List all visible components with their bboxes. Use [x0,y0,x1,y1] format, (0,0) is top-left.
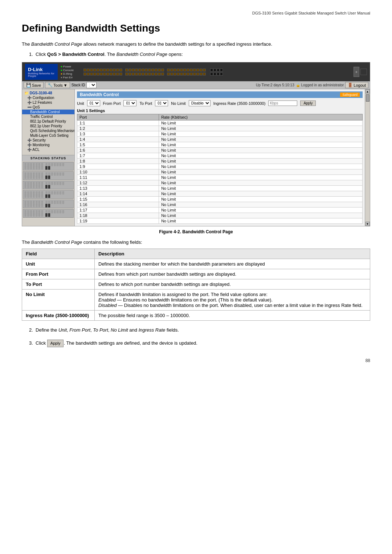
port-cell: 1:14 [77,191,159,197]
bandwidth-table-row: 1:2 No Limit [77,126,363,131]
sidebar-item-multilayer-cos[interactable]: Multi-Layer CoS Setting [22,133,74,138]
rate-cell: No Limit [159,175,363,180]
stack-id-label: Stack ID [72,83,85,87]
stacking-row-1: ░░░░░░░ ░░░░░░░ ░░░░░░░ ██ [23,162,74,171]
stacking-row-5: ░░░░░░░ ░░░░░░░ ░░░░░░░ ██ [23,200,74,208]
bandwidth-table-row: 1:5 No Limit [77,142,363,148]
switch-banner: D-Link Building Networks for People ● Po… [22,62,370,81]
scroll-thumb[interactable] [366,94,369,102]
scrollbar: ▲ ▼ [365,89,370,226]
sidebar-item-traffic-control[interactable]: Traffic Control [22,114,74,119]
step-3: 3. Click Apply. The bandwidth settings a… [29,340,370,348]
no-limit-label: No Limit [171,101,185,106]
port-cell: 1:4 [77,137,159,142]
step3-prefix: Click [36,340,47,346]
sidebar-item-security[interactable]: ➕ Security [22,138,74,143]
table-row: Ingress Rate (3500-1000000) The possible… [22,311,370,321]
scroll-down-arrow[interactable]: ▼ [366,222,370,226]
page-heading: Defining Bandwidth Settings [22,22,370,34]
sidebar-item-monitoring[interactable]: ➕ Monitoring [22,143,74,147]
rate-cell: No Limit [159,137,363,142]
rate-cell: No Limit [159,148,363,153]
step-2: 2. Define the Unit, From Port, To Port, … [29,327,370,334]
tools-button[interactable]: 🔧 Tools ▼ [45,82,70,88]
to-port-select[interactable]: 01 [155,100,168,106]
bandwidth-table-row: 1:13 No Limit [77,186,363,191]
bandwidth-table-row: 1:1 No Limit [77,120,363,126]
uptime-text: Up Time:2 days 5:10:13 [256,83,294,87]
bandwidth-table-row: 1:15 No Limit [77,197,363,202]
port-cell: 1:16 [77,202,159,208]
bandwidth-table-row: 1:3 No Limit [77,131,363,137]
port-cell: 1:2 [77,126,159,131]
sidebar-item-configuration[interactable]: ➕ Configuration [22,95,74,100]
rate-cell: No Limit [159,186,363,191]
port-cell: 1:17 [77,208,159,213]
desc-to-port: Defines to which port number bandwidth s… [95,279,370,290]
desc-table-desc-header: Description [95,249,370,259]
step3-suffix: . The bandwidth settings are defined, an… [64,340,197,346]
port-cell: 1:19 [77,218,159,224]
bandwidth-table-row: 1:18 No Limit [77,213,363,218]
sidebar-item-8021p-user[interactable]: 802.1p User Priority [22,124,74,128]
from-port-label: From Port [103,101,121,106]
contains-text: The Bandwidth Control Page contains the … [22,239,370,245]
sidebar-item-bandwidth-control[interactable]: Bandwidth Control [22,110,74,114]
intro-text: The Bandwidth Control Page allows networ… [22,41,370,48]
bandwidth-table-row: 1:7 No Limit [77,153,363,159]
bandwidth-table-row: 1:11 No Limit [77,175,363,180]
save-button[interactable]: 💾 Save [24,82,44,88]
filter-apply-button[interactable]: Apply [300,100,316,106]
port-cell: 1:6 [77,148,159,153]
sidebar-item-qos[interactable]: ➖ QoS [22,105,74,110]
field-from-port: From Port [22,269,95,279]
logout-icon: 🚪 [348,83,353,87]
from-port-select[interactable]: 01 [123,100,136,106]
sidebar-item-dgs3100[interactable]: 📁 DGS-3100-48 [22,91,74,95]
rate-cell: No Limit [159,142,363,148]
sidebar-item-acl[interactable]: ➕ ACL [22,147,74,152]
table-row: To Port Defines to which port number ban… [22,279,370,290]
bandwidth-table-row: 1:10 No Limit [77,169,363,175]
table-row: From Port Defines from which port number… [22,269,370,279]
desc-no-limit: Defines if bandwidth limitation is assig… [95,290,370,311]
panel-title: Bandwidth Control [80,92,119,97]
desc-unit: Defines the stacking member for which th… [95,259,370,269]
settings-label: Unit 1 Settings [77,108,363,113]
stacking-row-2: ░░░░░░░ ░░░░░░░ ░░░░░░░ ██ [23,171,74,180]
desc-table-field-header: Field [22,249,95,259]
sidebar-item-qos-scheduling[interactable]: QoS Scheduling Mechanism [22,128,74,133]
field-unit: Unit [22,259,95,269]
save-label: Save [32,83,41,87]
port-cell: 1:9 [77,164,159,169]
field-no-limit: No Limit [22,290,95,311]
sidebar-item-8021p-default[interactable]: 802.1p Default Priority [22,119,74,124]
rate-cell: No Limit [159,197,363,202]
apply-button-inline[interactable]: Apply [47,340,64,348]
rate-cell: No Limit [159,218,363,224]
dlink-logo: D-Link Building Networks for People [25,64,58,80]
no-limit-select[interactable]: Disabled Enabled [189,100,211,106]
safeguard-button[interactable]: Safeguard [340,93,360,97]
main-area: 📁 DGS-3100-48 ➕ Configuration ➕ L2 Featu… [22,89,370,226]
table-row: No Limit Defines if bandwidth limitation… [22,290,370,311]
unit-select[interactable]: 01 [87,100,100,106]
ingress-rate-input[interactable] [268,100,297,106]
stack-id-select[interactable]: 1 [86,82,97,88]
scroll-up-arrow[interactable]: ▲ [366,89,370,94]
port-cell: 1:10 [77,169,159,175]
description-table: Field Description Unit Defines the stack… [22,249,370,321]
bandwidth-table-row: 1:17 No Limit [77,208,363,213]
port-cell: 1:7 [77,153,159,159]
logout-button[interactable]: 🚪 Logout [345,82,368,88]
logo-text: D-Link [28,67,55,72]
port-cell: 1:15 [77,197,159,202]
sidebar: 📁 DGS-3100-48 ➕ Configuration ➕ L2 Featu… [22,89,75,226]
desc-from-port: Defines from which port number bandwidth… [95,269,370,279]
content-panel: Bandwidth Control Safeguard Unit 01 From… [75,89,365,226]
table-row: Unit Defines the stacking member for whi… [22,259,370,269]
rate-cell: No Limit [159,213,363,218]
port-cell: 1:5 [77,142,159,148]
rate-cell: No Limit [159,120,363,126]
sidebar-item-l2features[interactable]: ➕ L2 Features [22,100,74,105]
